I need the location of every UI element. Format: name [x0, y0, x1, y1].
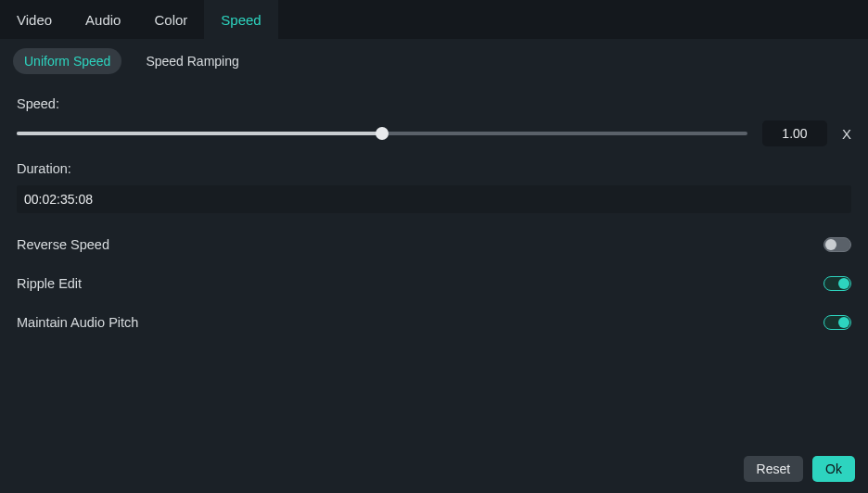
speed-unit-label: X: [842, 126, 851, 142]
tab-color[interactable]: Color: [137, 0, 204, 39]
speed-slider[interactable]: [17, 126, 747, 141]
ripple-edit-toggle[interactable]: [823, 276, 851, 291]
reset-button[interactable]: Reset: [744, 456, 804, 482]
subtab-uniform-speed[interactable]: Uniform Speed: [13, 48, 121, 74]
tab-audio[interactable]: Audio: [69, 0, 137, 39]
footer-buttons: Reset Ok: [744, 456, 855, 482]
main-tabs: Video Audio Color Speed: [0, 0, 868, 39]
maintain-pitch-label: Maintain Audio Pitch: [17, 315, 138, 330]
reverse-speed-toggle[interactable]: [823, 237, 851, 252]
ripple-edit-row: Ripple Edit: [17, 276, 851, 291]
speed-slider-fill: [17, 132, 382, 135]
maintain-pitch-row: Maintain Audio Pitch: [17, 315, 851, 330]
speed-value-input[interactable]: [762, 120, 827, 146]
ok-button[interactable]: Ok: [812, 456, 855, 482]
maintain-pitch-toggle[interactable]: [823, 315, 851, 330]
speed-slider-row: X: [17, 120, 851, 146]
reverse-speed-label: Reverse Speed: [17, 237, 109, 252]
duration-label: Duration:: [17, 161, 851, 176]
speed-label: Speed:: [17, 96, 851, 111]
speed-panel: Speed: X Duration: Reverse Speed Ripple …: [0, 80, 868, 330]
ripple-edit-label: Ripple Edit: [17, 276, 82, 291]
speed-slider-thumb[interactable]: [376, 127, 389, 140]
tab-video[interactable]: Video: [0, 0, 69, 39]
reverse-speed-row: Reverse Speed: [17, 237, 851, 252]
speed-subtabs: Uniform Speed Speed Ramping: [0, 39, 868, 80]
tab-speed[interactable]: Speed: [204, 0, 277, 39]
duration-input[interactable]: [17, 185, 851, 213]
subtab-speed-ramping[interactable]: Speed Ramping: [134, 48, 249, 74]
